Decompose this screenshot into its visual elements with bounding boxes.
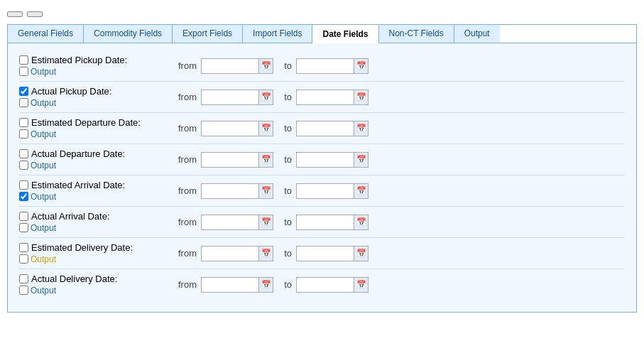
to-label-actual-pickup: to xyxy=(278,92,292,102)
tab-general[interactable]: General Fields xyxy=(8,25,84,43)
checkbox-estimated-delivery[interactable] xyxy=(19,243,28,252)
label-actual-arrival: Actual Arrival Date: xyxy=(31,211,110,222)
output-checkbox-estimated-delivery[interactable] xyxy=(19,254,28,264)
output-label-estimated-arrival: Output xyxy=(31,192,56,202)
to-label-actual-arrival: to xyxy=(278,217,292,227)
to-calendar-btn-estimated-delivery[interactable]: 📅 xyxy=(354,246,368,261)
from-label-actual-pickup: from xyxy=(175,92,197,102)
field-left-estimated-departure: Estimated Departure Date:Output xyxy=(19,117,175,139)
to-input-estimated-departure[interactable] xyxy=(297,123,354,134)
from-calendar-btn-estimated-departure[interactable]: 📅 xyxy=(258,121,273,136)
to-label-estimated-arrival: to xyxy=(278,185,292,196)
label-actual-departure: Actual Departure Date: xyxy=(31,148,125,159)
to-calendar-btn-estimated-departure[interactable]: 📅 xyxy=(354,121,368,136)
field-row-estimated-departure: Estimated Departure Date:Outputfrom📅to📅 xyxy=(19,113,625,144)
label-estimated-arrival: Estimated Arrival Date: xyxy=(31,180,125,190)
from-input-estimated-arrival[interactable] xyxy=(202,185,258,197)
checkbox-estimated-departure[interactable] xyxy=(19,118,28,127)
output-checkbox-estimated-arrival[interactable] xyxy=(19,192,28,201)
date-range-actual-arrival: from📅to📅 xyxy=(175,215,625,230)
to-calendar-btn-actual-delivery[interactable]: 📅 xyxy=(354,278,368,292)
to-input-estimated-arrival[interactable] xyxy=(297,185,354,197)
tab-export[interactable]: Export Fields xyxy=(173,25,243,43)
field-left-actual-delivery: Actual Delivery Date:Output xyxy=(19,273,175,296)
from-input-actual-delivery[interactable] xyxy=(202,279,258,291)
from-calendar-btn-actual-pickup[interactable]: 📅 xyxy=(258,90,273,104)
content-panel: Estimated Pickup Date:Outputfrom📅to📅Actu… xyxy=(7,43,637,313)
checkbox-actual-arrival[interactable] xyxy=(19,212,28,221)
checkbox-actual-delivery[interactable] xyxy=(19,274,28,283)
to-input-estimated-pickup[interactable] xyxy=(297,60,354,72)
output-label-actual-delivery: Output xyxy=(31,286,56,296)
to-input-actual-pickup[interactable] xyxy=(297,92,354,103)
from-calendar-btn-estimated-arrival[interactable]: 📅 xyxy=(258,184,273,198)
tab-non-ct[interactable]: Non-CT Fields xyxy=(379,25,454,43)
output-label-actual-arrival: Output xyxy=(31,223,56,233)
checkbox-estimated-pickup[interactable] xyxy=(19,55,28,65)
to-calendar-btn-actual-departure[interactable]: 📅 xyxy=(354,153,368,167)
checkbox-actual-departure[interactable] xyxy=(19,149,28,158)
from-input-estimated-pickup[interactable] xyxy=(202,60,258,72)
label-estimated-delivery: Estimated Delivery Date: xyxy=(31,242,133,253)
to-input-actual-arrival[interactable] xyxy=(297,217,354,228)
field-row-estimated-pickup: Estimated Pickup Date:Outputfrom📅to📅 xyxy=(19,50,625,82)
date-range-actual-delivery: from📅to📅 xyxy=(175,277,625,293)
date-range-estimated-arrival: from📅to📅 xyxy=(175,183,625,199)
output-checkbox-actual-delivery[interactable] xyxy=(19,286,28,295)
to-label-estimated-delivery: to xyxy=(278,248,292,259)
output-label-actual-departure: Output xyxy=(31,161,56,170)
to-input-actual-departure[interactable] xyxy=(297,154,354,166)
output-label-estimated-pickup: Output xyxy=(31,67,56,77)
field-left-actual-arrival: Actual Arrival Date:Output xyxy=(19,211,175,233)
date-range-estimated-delivery: from📅to📅 xyxy=(175,246,625,261)
tab-date[interactable]: Date Fields xyxy=(312,26,378,43)
date-range-estimated-departure: from📅to📅 xyxy=(175,121,625,136)
from-label-actual-delivery: from xyxy=(175,279,197,290)
field-left-actual-departure: Actual Departure Date:Output xyxy=(19,148,175,170)
tab-commodity[interactable]: Commodity Fields xyxy=(84,25,173,43)
generate-result-button[interactable] xyxy=(27,11,43,17)
from-input-estimated-departure[interactable] xyxy=(202,123,258,134)
field-row-actual-departure: Actual Departure Date:Outputfrom📅to📅 xyxy=(19,144,625,175)
to-calendar-btn-actual-pickup[interactable]: 📅 xyxy=(354,90,368,104)
field-row-actual-delivery: Actual Delivery Date:Outputfrom📅to📅 xyxy=(19,269,625,300)
output-checkbox-actual-departure[interactable] xyxy=(19,161,28,170)
to-input-estimated-delivery[interactable] xyxy=(297,248,354,259)
output-checkbox-estimated-departure[interactable] xyxy=(19,129,28,139)
output-checkbox-actual-pickup[interactable] xyxy=(19,98,28,107)
field-row-actual-arrival: Actual Arrival Date:Outputfrom📅to📅 xyxy=(19,207,625,238)
from-label-actual-arrival: from xyxy=(175,217,197,227)
output-checkbox-actual-arrival[interactable] xyxy=(19,223,28,232)
from-input-estimated-delivery[interactable] xyxy=(202,248,258,259)
reset-form-button[interactable] xyxy=(7,11,23,17)
field-row-estimated-delivery: Estimated Delivery Date:Outputfrom📅to📅 xyxy=(19,238,625,269)
to-calendar-btn-actual-arrival[interactable]: 📅 xyxy=(354,215,368,229)
to-label-actual-delivery: to xyxy=(278,279,292,290)
tab-import[interactable]: Import Fields xyxy=(243,25,312,43)
label-estimated-pickup: Estimated Pickup Date: xyxy=(31,55,127,65)
from-calendar-btn-actual-departure[interactable]: 📅 xyxy=(258,153,273,167)
from-calendar-btn-actual-delivery[interactable]: 📅 xyxy=(258,278,273,292)
from-calendar-btn-actual-arrival[interactable]: 📅 xyxy=(258,215,273,229)
to-label-actual-departure: to xyxy=(278,154,292,165)
from-input-actual-arrival[interactable] xyxy=(202,217,258,228)
from-input-actual-departure[interactable] xyxy=(202,154,258,166)
from-calendar-btn-estimated-pickup[interactable]: 📅 xyxy=(258,59,273,73)
label-actual-delivery: Actual Delivery Date: xyxy=(31,273,117,284)
to-calendar-btn-estimated-pickup[interactable]: 📅 xyxy=(354,59,368,73)
tab-output[interactable]: Output xyxy=(454,25,500,43)
from-input-actual-pickup[interactable] xyxy=(202,92,258,103)
to-calendar-btn-estimated-arrival[interactable]: 📅 xyxy=(354,184,368,198)
from-calendar-btn-estimated-delivery[interactable]: 📅 xyxy=(258,246,273,261)
field-left-estimated-delivery: Estimated Delivery Date:Output xyxy=(19,242,175,264)
checkbox-estimated-arrival[interactable] xyxy=(19,180,28,190)
from-label-estimated-delivery: from xyxy=(175,248,197,259)
checkbox-actual-pickup[interactable] xyxy=(19,87,28,96)
field-left-estimated-arrival: Estimated Arrival Date:Output xyxy=(19,180,175,202)
from-label-estimated-pickup: from xyxy=(175,60,197,71)
field-row-estimated-arrival: Estimated Arrival Date:Outputfrom📅to📅 xyxy=(19,175,625,207)
output-checkbox-estimated-pickup[interactable] xyxy=(19,67,28,76)
to-label-estimated-departure: to xyxy=(278,123,292,134)
to-label-estimated-pickup: to xyxy=(278,60,292,71)
to-input-actual-delivery[interactable] xyxy=(297,279,354,291)
